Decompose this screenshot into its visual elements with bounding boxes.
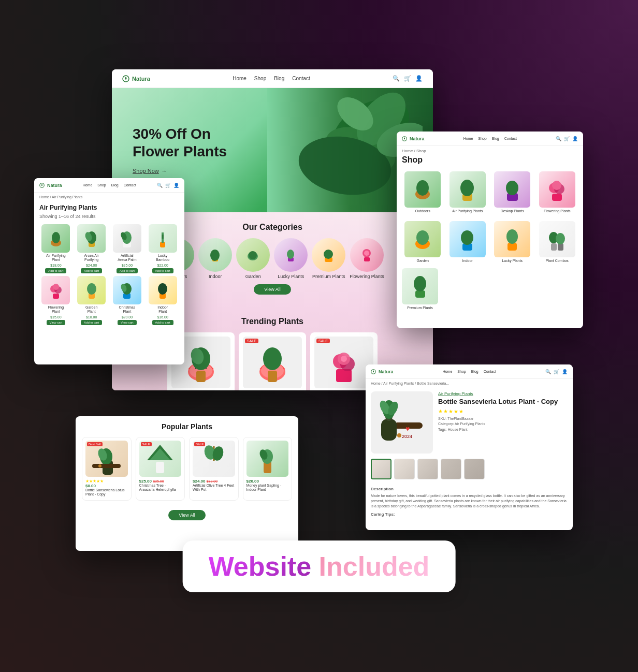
badge-word2: Included	[319, 551, 430, 581]
svg-rect-27	[196, 371, 206, 382]
product-description: Description Made for nature lovers, this…	[366, 484, 573, 520]
shop-item-outdoors[interactable]: Outdoors	[402, 171, 444, 213]
svg-rect-91	[209, 461, 219, 473]
shop-item-air[interactable]: Air Purifying Plants	[447, 171, 489, 213]
screen-catalog: Natura Home Shop Blog Contact 🔍 🛒 👤 Home…	[34, 178, 184, 364]
add-cart-5[interactable]: View cart	[47, 320, 66, 325]
svg-rect-75	[508, 243, 517, 251]
user-icon[interactable]: 👤	[415, 75, 423, 82]
catalog-item-4[interactable]: LuckyBamboo $22.00 Add to cart	[146, 224, 179, 273]
add-cart-4[interactable]: Add to cart	[152, 268, 173, 273]
svg-point-15	[287, 250, 294, 259]
shop-item-flowering[interactable]: Flowering Plants	[536, 171, 578, 213]
shop-cart-icon[interactable]: 🛒	[564, 136, 570, 141]
add-cart-2[interactable]: Add to cart	[81, 268, 102, 273]
popular-card-1[interactable]: Best Sell ★★★★★ $0.00 Bottle Sansevieria…	[82, 437, 132, 501]
add-cart-6[interactable]: Add to cart	[81, 320, 102, 325]
product-thumbnails	[366, 459, 573, 484]
product-category[interactable]: Air Purifying Plants	[438, 391, 568, 396]
search-icon[interactable]: 🔍	[393, 75, 400, 82]
catalog-search-icon[interactable]: 🔍	[157, 183, 163, 188]
popular-img-4	[247, 441, 289, 477]
category-lucky-img	[274, 238, 308, 272]
hero-navbar: Natura Home Shop Blog Contact 🔍 🛒 👤	[112, 69, 433, 88]
catalog-user-icon[interactable]: 👤	[173, 183, 179, 188]
catalog-img-5	[41, 276, 70, 304]
svg-rect-77	[551, 243, 557, 251]
product-user-icon[interactable]: 👤	[562, 369, 568, 374]
catalog-navbar: Natura Home Shop Blog Contact 🔍 🛒 👤	[34, 178, 184, 193]
shop-item-indoor[interactable]: Indoor	[447, 221, 489, 262]
popular-name-2: Christmas Tree - Araucaria Heterophylla	[139, 484, 182, 492]
category-indoor-img	[198, 238, 232, 272]
category-flowering[interactable]: Flowering Plants	[350, 238, 384, 279]
shop-logo: Natura	[402, 136, 425, 141]
product-search-icon[interactable]: 🔍	[545, 369, 551, 374]
svg-text:♥: ♥	[405, 425, 410, 433]
hero-title: 30% Off On Flower Plants	[133, 125, 227, 160]
popular-price-3: $24.00 $32.00	[193, 479, 235, 484]
badge-text: Website Included	[209, 551, 430, 582]
add-cart-8[interactable]: Add to cart	[152, 320, 173, 325]
shop-item-combos[interactable]: Plant Combos	[536, 221, 578, 262]
popular-price-4: $20.00	[247, 479, 289, 484]
svg-rect-78	[558, 243, 563, 251]
thumb-2[interactable]	[394, 459, 415, 479]
product-main-img: ♥ 2024	[371, 391, 433, 454]
trending-card-2[interactable]: SALE $80.00 – $144.00 Watermelon Money P…	[239, 332, 306, 390]
popular-card-3[interactable]: SALE $24.00 $32.00 Artificial Olive Tree…	[189, 437, 239, 501]
product-desc-section: Description	[371, 486, 568, 492]
catalog-img-3	[113, 224, 141, 253]
catalog-item-8[interactable]: IndoorPlant $16.00 Add to cart	[146, 276, 179, 325]
popular-price-1: $0.00	[85, 484, 128, 488]
thumb-3[interactable]	[417, 459, 438, 479]
svg-point-39	[52, 232, 60, 243]
screen-popular: Popular Plants Best Sell ★★★★★ $0.00	[76, 416, 298, 551]
add-cart-1[interactable]: Add to cart	[45, 268, 66, 273]
shop-img-lucky	[494, 221, 530, 257]
category-premium-img	[312, 238, 345, 272]
shop-img-garden	[404, 221, 441, 257]
shop-user-icon[interactable]: 👤	[572, 136, 578, 141]
catalog-item-1[interactable]: Air PurifyingPlant $18.00 Add to cart	[39, 224, 72, 273]
catalog-item-2[interactable]: Arcea AirPurifying $24.00 Add to cart	[75, 224, 108, 273]
category-premium[interactable]: Premium Plants	[312, 238, 345, 279]
shop-search-icon[interactable]: 🔍	[556, 136, 561, 141]
popular-card-4[interactable]: $20.00 Money plant Sapling - Indoor Plan…	[243, 437, 293, 501]
thumb-5[interactable]	[464, 459, 485, 479]
catalog-title: Air Purifying Plants	[34, 200, 184, 214]
thumb-1[interactable]	[371, 459, 392, 479]
add-cart-7[interactable]: View cart	[118, 320, 137, 325]
popular-view-all[interactable]: View All	[168, 510, 205, 520]
catalog-item-6[interactable]: GardenPlant $18.00 Add to cart	[75, 276, 108, 325]
svg-rect-49	[53, 294, 59, 299]
catalog-item-7[interactable]: ChristmasPlant $20.00 View cart	[111, 276, 144, 325]
shop-now-btn[interactable]: Shop Now	[133, 168, 159, 174]
category-lucky[interactable]: Lucky Plants	[274, 238, 308, 279]
svg-rect-102	[381, 419, 397, 441]
shop-item-garden[interactable]: Garden	[402, 221, 444, 262]
category-indoor[interactable]: Indoor	[198, 238, 232, 279]
shop-item-premium[interactable]: Premium Plants	[402, 268, 438, 310]
shop-item-lucky[interactable]: Lucky Plants	[491, 221, 533, 262]
svg-point-52	[53, 284, 59, 290]
svg-point-54	[87, 283, 96, 295]
shop-item-desktop[interactable]: Deskop Plants	[491, 171, 533, 213]
thumb-4[interactable]	[441, 459, 461, 479]
svg-rect-81	[415, 290, 425, 298]
popular-card-2[interactable]: SALE $25.00 $35.00 Christmas Tree - Arau…	[136, 437, 185, 501]
catalog-cart-icon[interactable]: 🛒	[165, 183, 171, 188]
sale-badge-3: SALE	[316, 339, 330, 343]
category-garden[interactable]: Garden	[236, 238, 270, 279]
product-cart-icon[interactable]: 🛒	[554, 369, 559, 374]
shop-img-flowering	[539, 171, 575, 208]
svg-point-70	[552, 181, 561, 190]
catalog-item-5[interactable]: FloweringPlant $15.00 View cart	[39, 276, 72, 325]
popular-img-3: SALE	[193, 441, 235, 477]
svg-point-13	[249, 251, 257, 259]
add-cart-3[interactable]: Add to cart	[117, 268, 138, 273]
catalog-item-3[interactable]: ArtificialAreca Palm $25.00 Add to cart	[111, 224, 144, 273]
categories-view-all[interactable]: View All	[254, 284, 291, 295]
popular-name-3: Artificial Olive Tree 4 Feet With Pot	[193, 484, 235, 492]
cart-icon[interactable]: 🛒	[404, 75, 411, 82]
